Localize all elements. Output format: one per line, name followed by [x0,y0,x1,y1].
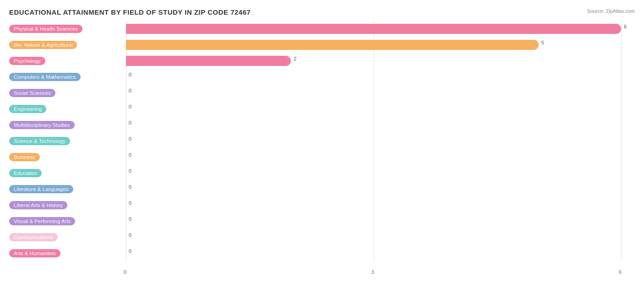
bar-row: Science & Technology0 [9,134,635,148]
bars-wrapper: Physical & Health Sciences6Bio, Nature &… [9,21,635,261]
bar-label: Computers & Mathematics [9,73,81,81]
bar-track: 5 [126,40,621,50]
bar-row: Education0 [9,166,635,180]
bar-track: 0 [126,72,621,82]
bar-value: 0 [129,200,131,206]
bar-label: Communications [9,233,58,241]
bar-row: Arts & Humanities0 [9,246,635,260]
bar-row: Visual & Performing Arts0 [9,214,635,228]
bar-track: 2 [126,56,621,66]
bar-value: 0 [129,136,131,142]
bar-value: 0 [129,232,131,238]
bar-row: Communications0 [9,230,635,244]
bar-row: Social Sciences0 [9,86,635,100]
bar-label: Science & Technology [9,137,70,145]
bar-label: Social Sciences [9,89,55,97]
bar-label: Education [9,169,42,177]
bar-label: Psychology [9,57,45,65]
bar-fill [126,56,291,66]
bar-label: Arts & Humanities [9,249,60,257]
x-axis-label: 0 [124,269,126,275]
bar-track: 0 [126,136,621,146]
bar-value: 0 [129,88,131,93]
bar-value: 0 [129,120,131,125]
bar-track: 0 [126,168,621,178]
bar-row: Liberal Arts & History0 [9,198,635,212]
bar-track: 0 [126,232,621,242]
bar-label: Bio, Nature & Agricultural [9,41,77,49]
bar-value: 2 [294,56,296,61]
bar-track: 0 [126,184,621,194]
bar-value: 0 [129,168,131,174]
bar-track: 0 [126,104,621,114]
bar-row: Multidisciplinary Studies0 [9,118,635,132]
x-axis-label: 6 [619,269,622,275]
bar-label: Physical & Health Sciences [9,25,82,33]
bar-fill [126,24,621,34]
bar-track: 0 [126,88,621,98]
bar-row: Physical & Health Sciences6 [9,22,635,36]
bar-label: Multidisciplinary Studies [9,121,75,129]
chart-title: EDUCATIONAL ATTAINMENT BY FIELD OF STUDY… [9,8,635,16]
bar-value: 0 [129,152,131,158]
bar-value: 0 [129,104,131,109]
bar-track: 0 [126,216,621,226]
chart-source: Source: ZipAtlas.com [587,8,635,14]
bar-value: 0 [129,248,131,254]
bar-label: Liberal Arts & History [9,201,67,209]
bar-label: Literature & Languages [9,185,73,193]
bar-row: Literature & Languages0 [9,182,635,196]
bar-row: Computers & Mathematics0 [9,70,635,84]
bar-label: Engineering [9,105,46,113]
bar-track: 0 [126,120,621,130]
bar-row: Engineering0 [9,102,635,116]
bar-value: 0 [129,184,131,190]
bar-fill [126,40,539,50]
chart-container: EDUCATIONAL ATTAINMENT BY FIELD OF STUDY… [0,0,644,289]
x-axis-label: 3 [371,269,374,275]
bar-row: Business0 [9,150,635,164]
bar-value: 0 [129,72,131,77]
bar-row: Bio, Nature & Agricultural5 [9,38,635,52]
bar-track: 0 [126,200,621,210]
bar-track: 0 [126,152,621,162]
bar-value: 0 [129,216,131,222]
chart-area: Physical & Health Sciences6Bio, Nature &… [9,21,635,275]
bar-label: Visual & Performing Arts [9,217,75,225]
bar-label: Business [9,153,40,161]
bar-value: 6 [624,24,627,29]
bar-track: 6 [126,24,621,34]
bar-track: 0 [126,248,621,258]
bar-row: Psychology2 [9,54,635,68]
bar-value: 5 [541,40,544,45]
